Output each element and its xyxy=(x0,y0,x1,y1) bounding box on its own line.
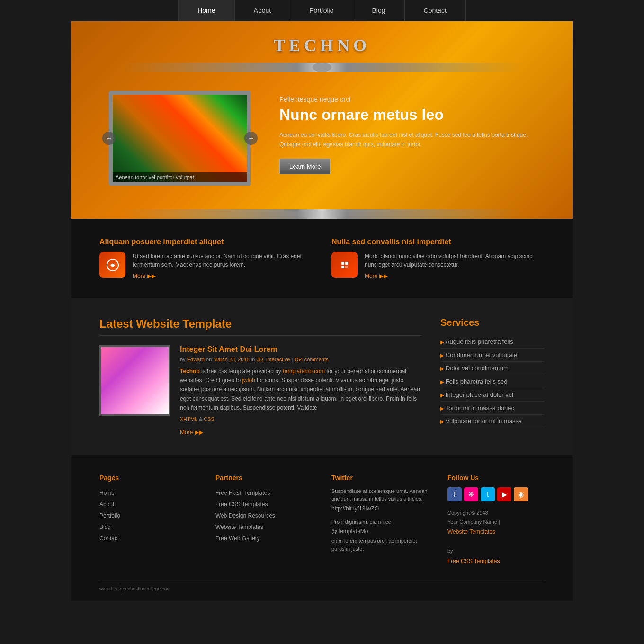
footer-pages-title: Pages xyxy=(99,474,197,482)
hero-heading: Nunc ornare metus leo xyxy=(279,106,535,124)
sidebar-item-4[interactable]: Felis pharetra felis sed xyxy=(440,375,545,388)
feature-2-text-wrap: Morbi blandit nunc vitae odio volutpat h… xyxy=(365,252,545,279)
footer-fcss-link[interactable]: Free CSS Templates xyxy=(447,555,545,567)
nav-contact[interactable]: Contact xyxy=(405,0,466,21)
footer-columns: Pages Home About Portfolio Blog Contact … xyxy=(99,474,545,567)
twitter-icon[interactable]: t xyxy=(481,487,495,501)
main-content-section: Latest Website Template Integer Sit Amet… xyxy=(71,298,573,455)
hero-subheading: Pellentesque neque orci xyxy=(279,96,535,103)
footer-page-portfolio[interactable]: Portfolio xyxy=(99,510,197,521)
hero-text: Pellentesque neque orci Nunc ornare metu… xyxy=(279,91,535,174)
footer-page-blog[interactable]: Blog xyxy=(99,521,197,533)
footer-page-home[interactable]: Home xyxy=(99,487,197,499)
footer-partner-1[interactable]: Free Flash Templates xyxy=(215,487,313,499)
content-more[interactable]: More xyxy=(180,429,421,436)
svg-rect-1 xyxy=(341,262,344,265)
learn-more-button[interactable]: Learn More xyxy=(279,159,331,174)
sidebar-item-2[interactable]: Condimentum et vulputate xyxy=(440,349,545,362)
blog-meta: by Edward on March 23, 2048 in 3D, Inter… xyxy=(180,357,421,362)
feature-1-body: Ut sed lorem ac ante cursus auctor. Nam … xyxy=(99,252,313,279)
sidebar-item-5[interactable]: Integer placerat dolor vel xyxy=(440,388,545,402)
feature-2: Nulla sed convallis nisl imperdiet Morbi… xyxy=(331,238,545,279)
slider-next-button[interactable]: → xyxy=(244,132,258,145)
footer-partner-5[interactable]: Free Web Gallery xyxy=(215,533,313,544)
svg-rect-2 xyxy=(345,262,348,265)
sidebar-item-7[interactable]: Vulputate tortor mi in massa xyxy=(440,415,545,428)
nav-portfolio[interactable]: Portfolio xyxy=(290,0,353,21)
footer-twitter-text2: Proin dignissim, diam nec @TemplateMo en… xyxy=(331,518,429,553)
footer-partners-col: Partners Free Flash Templates Free CSS T… xyxy=(215,474,313,567)
footer-follow-title: Follow Us xyxy=(447,474,545,482)
footer-twitter-col: Twitter Suspendisse at scelerisque urna.… xyxy=(331,474,429,567)
footer-follow-col: Follow Us f ❋ t ▶ ◉ Copyright © 2048 You… xyxy=(447,474,545,567)
nav-about[interactable]: About xyxy=(235,0,291,21)
footer-twitter-text1: Suspendisse at scelerisque urna. Aenean … xyxy=(331,487,429,514)
feature-1-title: Aliquam posuere imperdiet aliquet xyxy=(99,238,313,246)
blog-comments[interactable]: 154 comments xyxy=(294,357,328,362)
footer-page-contact[interactable]: Contact xyxy=(99,533,197,544)
footer-copyright: Copyright © 2048 Your Company Name | Web… xyxy=(447,509,545,567)
blog-thumbnail xyxy=(99,345,170,416)
svg-rect-4 xyxy=(345,266,348,268)
footer-page-about[interactable]: About xyxy=(99,499,197,510)
sidebar-item-6[interactable]: Tortor mi in massa donec xyxy=(440,402,545,415)
feature-1-text: Ut sed lorem ac ante cursus auctor. Nam … xyxy=(133,252,313,269)
section-divider xyxy=(99,335,421,336)
features-section: Aliquam posuere imperdiet aliquet Ut sed… xyxy=(71,219,573,298)
hero-top-divider xyxy=(71,63,573,72)
blog-cats[interactable]: 3D, Interactive xyxy=(256,357,290,362)
facebook-icon[interactable]: f xyxy=(447,487,462,501)
blog-paragraph: Techno is free css template provided by … xyxy=(180,367,421,412)
section-title: Latest Website Template xyxy=(99,317,421,331)
sidebar-item-1[interactable]: Augue felis pharetra felis xyxy=(440,335,545,349)
blog-body: Integer Sit Amet Dui Lorem by Edward on … xyxy=(180,345,421,436)
feature-1-more[interactable]: More xyxy=(133,273,313,279)
social-icons: f ❋ t ▶ ◉ xyxy=(447,487,545,501)
footer-pages-col: Pages Home About Portfolio Blog Contact xyxy=(99,474,197,567)
css-link[interactable]: CSS xyxy=(204,416,215,422)
xhtml-link[interactable]: XHTML xyxy=(180,416,197,422)
footer: Pages Home About Portfolio Blog Contact … xyxy=(71,455,573,601)
footer-twitter-link2[interactable]: @TemplateMo xyxy=(331,526,429,537)
hero-image xyxy=(109,91,251,186)
feature-2-title: Nulla sed convallis nisl imperdiet xyxy=(331,238,545,246)
hero-content: Aenean tortor vel porttitor volutpat ← →… xyxy=(71,81,573,200)
footer-partner-4[interactable]: Website Templates xyxy=(215,521,313,533)
nav-home[interactable]: Home xyxy=(178,0,234,21)
feature-1-text-wrap: Ut sed lorem ac ante cursus auctor. Nam … xyxy=(133,252,313,279)
slider-prev-button[interactable]: ← xyxy=(102,132,116,145)
blog-title[interactable]: Integer Sit Amet Dui Lorem xyxy=(180,345,421,354)
footer-wt-link[interactable]: Website Templates xyxy=(447,526,545,537)
hero-title: TECHNO xyxy=(71,36,573,63)
hero-paragraph: Aenean eu convallis libero. Cras iaculis… xyxy=(279,131,535,149)
sidebar-list: Augue felis pharetra felis Condimentum e… xyxy=(440,335,545,428)
svg-rect-3 xyxy=(341,266,344,268)
sidebar: Services Augue felis pharetra felis Cond… xyxy=(440,317,545,436)
blog-author[interactable]: Edward xyxy=(187,357,205,362)
blog-brand: Techno xyxy=(180,368,200,375)
feature-2-icon xyxy=(331,252,358,278)
footer-twitter-title: Twitter xyxy=(331,474,429,482)
blog-date: March 23, 2048 xyxy=(213,357,249,362)
feature-2-text: Morbi blandit nunc vitae odio volutpat h… xyxy=(365,252,545,269)
footer-partner-2[interactable]: Free CSS Templates xyxy=(215,499,313,510)
hero-section: TECHNO Aenean tortor vel porttitor volut… xyxy=(71,21,573,219)
content-left: Latest Website Template Integer Sit Amet… xyxy=(99,317,421,436)
hero-caption: Aenean tortor vel porttitor volutpat xyxy=(113,172,247,182)
nav-blog[interactable]: Blog xyxy=(353,0,405,21)
main-nav: Home About Portfolio Blog Contact xyxy=(71,0,573,21)
jwloh-link[interactable]: jwloh xyxy=(242,377,255,384)
youtube-icon[interactable]: ▶ xyxy=(497,487,511,501)
sidebar-item-3[interactable]: Dolor vel condimentum xyxy=(440,362,545,375)
flickr-icon[interactable]: ❋ xyxy=(464,487,478,501)
rss-icon[interactable]: ◉ xyxy=(514,487,528,501)
feature-2-more[interactable]: More xyxy=(365,273,545,279)
footer-partners-title: Partners xyxy=(215,474,313,482)
feature-2-body: Morbi blandit nunc vitae odio volutpat h… xyxy=(331,252,545,279)
feature-1: Aliquam posuere imperdiet aliquet Ut sed… xyxy=(99,238,313,279)
templatemo-link[interactable]: templatemo.com xyxy=(283,368,325,375)
footer-twitter-link1[interactable]: http://bit.ly/13IwZO xyxy=(331,503,429,514)
sidebar-title: Services xyxy=(440,317,545,328)
footer-partner-3[interactable]: Web Design Resources xyxy=(215,510,313,521)
hero-slider: Aenean tortor vel porttitor volutpat ← → xyxy=(109,91,251,186)
